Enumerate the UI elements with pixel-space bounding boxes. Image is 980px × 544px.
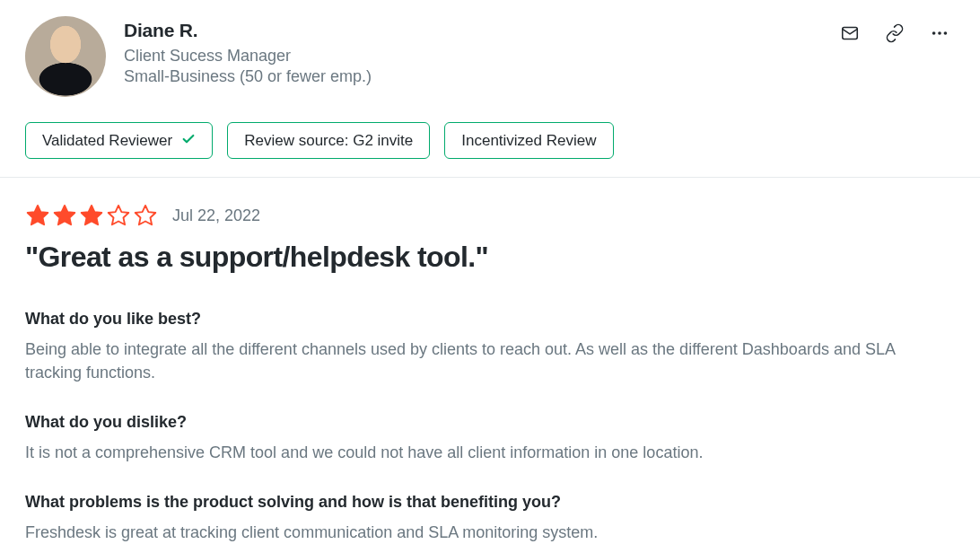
rating-row: Jul 22, 2022 [25, 203, 955, 228]
qa-answer: It is not a comprehensive CRM tool and w… [25, 441, 955, 464]
avatar-image [25, 16, 106, 97]
review-date: Jul 22, 2022 [172, 206, 260, 225]
star-filled-icon [52, 203, 77, 228]
qa-question: What do you like best? [25, 310, 955, 329]
review-title: "Great as a support/helpdesk tool." [25, 241, 955, 274]
reviewer-company-size: Small-Business (50 or fewer emp.) [124, 67, 372, 86]
star-filled-icon [79, 203, 104, 228]
badge-source[interactable]: Review source: G2 invite [227, 122, 430, 159]
svg-point-3 [944, 31, 948, 35]
reviewer-title: Client Sucess Manager [124, 47, 372, 66]
svg-point-2 [938, 31, 941, 35]
star-empty-icon [133, 203, 158, 228]
star-filled-icon [25, 203, 50, 228]
badge-label: Validated Reviewer [42, 133, 172, 148]
email-icon[interactable] [838, 22, 862, 45]
badge-validated[interactable]: Validated Reviewer [25, 122, 213, 159]
reviewer-name[interactable]: Diane R. [124, 20, 372, 41]
more-icon[interactable] [928, 22, 951, 45]
star-rating [25, 203, 158, 228]
checkmark-icon [181, 132, 196, 149]
qa-answer: Being able to integrate all the differen… [25, 338, 955, 384]
avatar[interactable] [25, 16, 106, 97]
qa-block: What do you dislike?It is not a comprehe… [25, 413, 955, 464]
review-header: Diane R. Client Sucess Manager Small-Bus… [25, 16, 955, 97]
qa-question: What problems is the product solving and… [25, 493, 955, 512]
review-actions [838, 16, 955, 45]
badge-label: Review source: G2 invite [244, 133, 413, 148]
badge-label: Incentivized Review [461, 133, 596, 148]
qa-block: What problems is the product solving and… [25, 493, 955, 544]
review-qa: What do you like best?Being able to inte… [25, 310, 955, 544]
reviewer-block: Diane R. Client Sucess Manager Small-Bus… [25, 16, 372, 97]
reviewer-meta: Diane R. Client Sucess Manager Small-Bus… [124, 16, 372, 86]
review-body: Jul 22, 2022 "Great as a support/helpdes… [25, 178, 955, 544]
qa-block: What do you like best?Being able to inte… [25, 310, 955, 384]
star-empty-icon [106, 203, 131, 228]
svg-point-1 [932, 31, 936, 35]
review-badges: Validated Reviewer Review source: G2 inv… [25, 122, 955, 159]
link-icon[interactable] [883, 22, 906, 45]
qa-answer: Freshdesk is great at tracking client co… [25, 521, 955, 544]
badge-incentivized[interactable]: Incentivized Review [444, 122, 613, 159]
qa-question: What do you dislike? [25, 413, 955, 432]
